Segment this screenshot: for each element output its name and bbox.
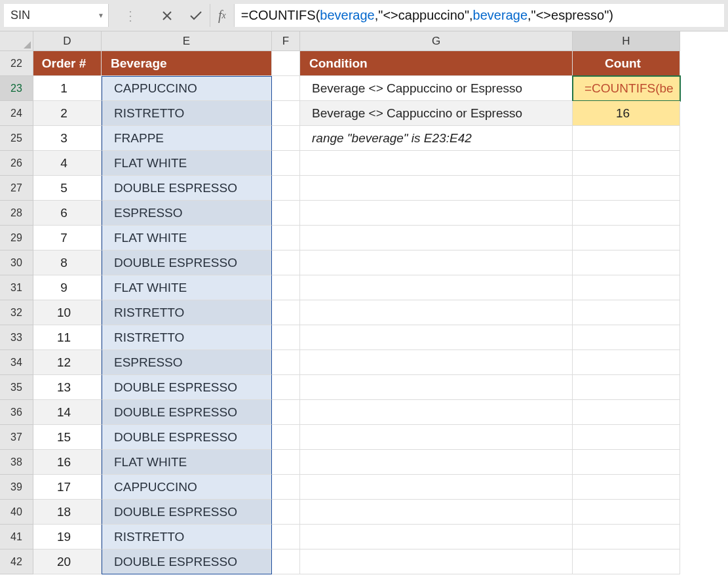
cell-E35[interactable]: DOUBLE ESPRESSO	[102, 375, 272, 400]
cell-D35[interactable]: 13	[33, 375, 102, 400]
cell-G37[interactable]	[300, 425, 573, 450]
cell-F33[interactable]	[272, 325, 300, 350]
row-header-23[interactable]: 23	[0, 76, 33, 101]
cell-F25[interactable]	[272, 126, 300, 151]
cell-F42[interactable]	[272, 549, 300, 574]
cell-G39[interactable]	[300, 475, 573, 500]
cell-D26[interactable]: 4	[33, 151, 102, 176]
cell-G23[interactable]: Beverage <> Cappuccino or Espresso	[300, 76, 573, 101]
cell-E26[interactable]: FLAT WHITE	[102, 151, 272, 176]
cell-E28[interactable]: ESPRESSO	[102, 201, 272, 226]
cell-G29[interactable]	[300, 226, 573, 250]
cell-G35[interactable]	[300, 375, 573, 400]
cell-E32[interactable]: RISTRETTO	[102, 300, 272, 325]
column-header-E[interactable]: E	[102, 31, 272, 51]
cell-D38[interactable]: 16	[33, 450, 102, 475]
cell-H28[interactable]	[573, 201, 680, 226]
row-header-40[interactable]: 40	[0, 500, 33, 525]
cell-D27[interactable]: 5	[33, 176, 102, 201]
cell-D36[interactable]: 14	[33, 400, 102, 425]
chevron-down-icon[interactable]: ▼	[98, 12, 104, 19]
cell-F36[interactable]	[272, 400, 300, 425]
cell-E39[interactable]: CAPPUCCINO	[102, 475, 272, 500]
cell-D29[interactable]: 7	[33, 226, 102, 250]
cell-E38[interactable]: FLAT WHITE	[102, 450, 272, 475]
row-header-25[interactable]: 25	[0, 126, 33, 151]
cell-E33[interactable]: RISTRETTO	[102, 325, 272, 350]
cell-G41[interactable]	[300, 525, 573, 549]
cell-G34[interactable]	[300, 350, 573, 375]
cell-D33[interactable]: 11	[33, 325, 102, 350]
cell-E34[interactable]: ESPRESSO	[102, 350, 272, 375]
cell-F40[interactable]	[272, 500, 300, 525]
row-header-41[interactable]: 41	[0, 525, 33, 549]
cell-E42[interactable]: DOUBLE ESPRESSO	[102, 549, 272, 574]
row-header-29[interactable]: 29	[0, 226, 33, 250]
cell-F32[interactable]	[272, 300, 300, 325]
cell-G40[interactable]	[300, 500, 573, 525]
row-header-27[interactable]: 27	[0, 176, 33, 201]
column-header-F[interactable]: F	[272, 31, 300, 51]
row-header-36[interactable]: 36	[0, 400, 33, 425]
cell-G31[interactable]	[300, 275, 573, 300]
cell-D24[interactable]: 2	[33, 101, 102, 126]
fx-icon[interactable]: fx	[210, 4, 235, 27]
column-header-G[interactable]: G	[300, 31, 573, 51]
cell-F30[interactable]	[272, 250, 300, 275]
cell-F27[interactable]	[272, 176, 300, 201]
cell-H36[interactable]	[573, 400, 680, 425]
row-header-30[interactable]: 30	[0, 250, 33, 275]
cell-G42[interactable]	[300, 549, 573, 574]
cell-H26[interactable]	[573, 151, 680, 176]
confirm-edit-button[interactable]	[189, 9, 203, 23]
cell-G32[interactable]	[300, 300, 573, 325]
cell-F39[interactable]	[272, 475, 300, 500]
cell-E36[interactable]: DOUBLE ESPRESSO	[102, 400, 272, 425]
cell-F29[interactable]	[272, 226, 300, 250]
cancel-edit-button[interactable]	[160, 9, 174, 23]
cell-H33[interactable]	[573, 325, 680, 350]
cell-D39[interactable]: 17	[33, 475, 102, 500]
cell-D40[interactable]: 18	[33, 500, 102, 525]
cell-G26[interactable]	[300, 151, 573, 176]
column-header-D[interactable]: D	[33, 31, 102, 51]
name-box[interactable]: SIN ▼	[4, 4, 109, 27]
row-header-34[interactable]: 34	[0, 350, 33, 375]
row-header-42[interactable]: 42	[0, 549, 33, 574]
cell-D42[interactable]: 20	[33, 549, 102, 574]
cell-D23[interactable]: 1	[33, 76, 102, 101]
cell-H25[interactable]	[573, 126, 680, 151]
cell-D37[interactable]: 15	[33, 425, 102, 450]
cell-D25[interactable]: 3	[33, 126, 102, 151]
row-header-24[interactable]: 24	[0, 101, 33, 126]
row-header-37[interactable]: 37	[0, 425, 33, 450]
cell-F28[interactable]	[272, 201, 300, 226]
cell-H29[interactable]	[573, 226, 680, 250]
cell-H30[interactable]	[573, 250, 680, 275]
cell-E40[interactable]: DOUBLE ESPRESSO	[102, 500, 272, 525]
cell-E27[interactable]: DOUBLE ESPRESSO	[102, 176, 272, 201]
cell-F38[interactable]	[272, 450, 300, 475]
active-cell-H23[interactable]: =COUNTIFS(be	[573, 76, 680, 101]
column-header-H[interactable]: H	[573, 31, 680, 51]
row-header-39[interactable]: 39	[0, 475, 33, 500]
cell-D34[interactable]: 12	[33, 350, 102, 375]
cell-H34[interactable]	[573, 350, 680, 375]
cell-E25[interactable]: FRAPPE	[102, 126, 272, 151]
cell-H27[interactable]	[573, 176, 680, 201]
cell-H40[interactable]	[573, 500, 680, 525]
cell-F22[interactable]	[272, 51, 300, 76]
spreadsheet-grid[interactable]: DEFGH22Order #BeverageConditionCount231C…	[0, 31, 728, 574]
cell-E23[interactable]: CAPPUCCINO	[102, 76, 272, 101]
formula-input[interactable]: =COUNTIFS(beverage,"<>cappuccino",bevera…	[235, 4, 724, 27]
row-header-38[interactable]: 38	[0, 450, 33, 475]
cell-H42[interactable]	[573, 549, 680, 574]
row-header-26[interactable]: 26	[0, 151, 33, 176]
cell-E41[interactable]: RISTRETTO	[102, 525, 272, 549]
cell-H24[interactable]: 16	[573, 101, 680, 126]
cell-F34[interactable]	[272, 350, 300, 375]
cell-E29[interactable]: FLAT WHITE	[102, 226, 272, 250]
cell-F31[interactable]	[272, 275, 300, 300]
cell-G33[interactable]	[300, 325, 573, 350]
cell-G24[interactable]: Beverage <> Cappuccino or Espresso	[300, 101, 573, 126]
